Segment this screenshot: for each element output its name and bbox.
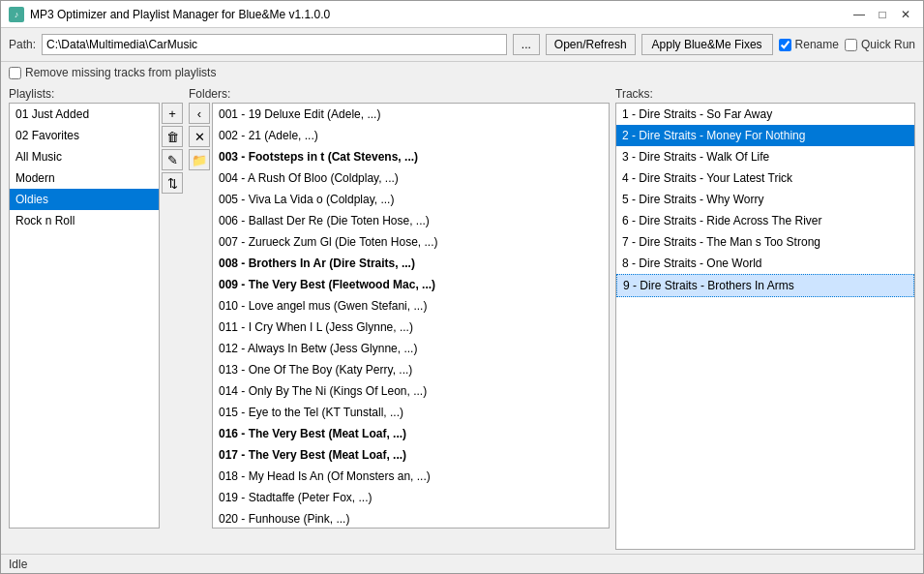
window-controls: — □ ✕ — [849, 7, 915, 22]
folders-label: Folders: — [189, 87, 610, 101]
folder-nav-buttons: ‹ ✕ 📁 — [189, 103, 210, 529]
folder-item[interactable]: 005 - Viva La Vida o (Coldplay, ...) — [213, 189, 609, 210]
track-item[interactable]: 6 - Dire Straits - Ride Across The River — [616, 210, 914, 231]
playlists-panel: Playlists: 01 Just Added02 FavoritesAll … — [9, 87, 183, 550]
folder-item[interactable]: 012 - Always In Betw (Jess Glynne, ...) — [213, 338, 609, 359]
path-label: Path: — [9, 38, 36, 51]
app-icon: ♪ — [9, 7, 24, 22]
options-row: Remove missing tracks from playlists — [1, 62, 923, 83]
browse-button[interactable]: ... — [513, 34, 540, 55]
toolbar: Path: ... Open/Refresh Apply Blue&Me Fix… — [1, 28, 923, 62]
folder-item[interactable]: 002 - 21 (Adele, ...) — [213, 125, 609, 146]
track-item[interactable]: 2 - Dire Straits - Money For Nothing — [616, 125, 914, 146]
track-item[interactable]: 9 - Dire Straits - Brothers In Arms — [616, 274, 914, 297]
maximize-button[interactable]: □ — [873, 7, 892, 22]
folder-item[interactable]: 008 - Brothers In Ar (Dire Straits, ...) — [213, 253, 609, 274]
close-button[interactable]: ✕ — [896, 7, 915, 22]
folders-container: ‹ ✕ 📁 001 - 19 Deluxe Edit (Adele, ...)0… — [189, 103, 610, 529]
folder-item[interactable]: 006 - Ballast Der Re (Die Toten Hose, ..… — [213, 210, 609, 231]
track-item[interactable]: 8 - Dire Straits - One World — [616, 253, 914, 274]
folder-item[interactable]: 018 - My Head Is An (Of Monsters an, ...… — [213, 466, 609, 487]
rename-checkbox-label[interactable]: Rename — [779, 38, 839, 51]
track-item[interactable]: 1 - Dire Straits - So Far Away — [616, 104, 914, 125]
main-window: ♪ MP3 Optimizer and Playlist Manager for… — [0, 0, 924, 574]
folder-back-button[interactable]: ‹ — [189, 103, 210, 124]
folder-item[interactable]: 013 - One Of The Boy (Katy Perry, ...) — [213, 359, 609, 380]
tracks-listbox[interactable]: 1 - Dire Straits - So Far Away2 - Dire S… — [615, 103, 915, 550]
quick-run-label: Quick Run — [861, 38, 915, 51]
playlist-item[interactable]: Rock n Roll — [10, 210, 159, 231]
status-text: Idle — [9, 558, 27, 571]
folder-item[interactable]: 009 - The Very Best (Fleetwood Mac, ...) — [213, 274, 609, 295]
add-playlist-button[interactable]: + — [162, 103, 183, 124]
playlist-item[interactable]: Modern — [10, 167, 159, 189]
main-content: Playlists: 01 Just Added02 FavoritesAll … — [1, 83, 923, 554]
tracks-label: Tracks: — [615, 87, 915, 101]
tracks-panel: Tracks: 1 - Dire Straits - So Far Away2 … — [615, 87, 915, 550]
playlists-listbox[interactable]: 01 Just Added02 FavoritesAll MusicModern… — [9, 103, 160, 529]
remove-missing-label[interactable]: Remove missing tracks from playlists — [9, 66, 216, 79]
folder-item[interactable]: 020 - Funhouse (Pink, ...) — [213, 508, 609, 529]
quick-run-checkbox[interactable] — [845, 39, 857, 51]
folder-item[interactable]: 007 - Zurueck Zum Gl (Die Toten Hose, ..… — [213, 231, 609, 253]
playlist-item[interactable]: 01 Just Added — [10, 104, 159, 125]
remove-missing-checkbox[interactable] — [9, 67, 21, 79]
minimize-button[interactable]: — — [849, 7, 869, 22]
track-item[interactable]: 7 - Dire Straits - The Man s Too Strong — [616, 231, 914, 253]
folder-item[interactable]: 011 - I Cry When I L (Jess Glynne, ...) — [213, 317, 609, 338]
track-item[interactable]: 3 - Dire Straits - Walk Of Life — [616, 146, 914, 167]
folder-add-button[interactable]: 📁 — [189, 149, 210, 170]
folder-item[interactable]: 003 - Footsteps in t (Cat Stevens, ...) — [213, 146, 609, 167]
folder-item[interactable]: 019 - Stadtaffe (Peter Fox, ...) — [213, 487, 609, 508]
track-item[interactable]: 5 - Dire Straits - Why Worry — [616, 189, 914, 210]
delete-playlist-button[interactable]: 🗑 — [162, 126, 183, 147]
playlist-item[interactable]: 02 Favorites — [10, 125, 159, 146]
playlist-item[interactable]: Oldies — [10, 189, 159, 210]
remove-missing-text: Remove missing tracks from playlists — [25, 66, 216, 79]
playlist-item[interactable]: All Music — [10, 146, 159, 167]
playlist-container: 01 Just Added02 FavoritesAll MusicModern… — [9, 103, 183, 529]
folder-item[interactable]: 015 - Eye to the Tel (KT Tunstall, ...) — [213, 402, 609, 423]
rename-checkbox[interactable] — [779, 39, 791, 51]
window-title: MP3 Optimizer and Playlist Manager for B… — [30, 8, 330, 21]
playlist-buttons: + 🗑 ✎ ⇅ — [162, 103, 183, 529]
folder-item[interactable]: 014 - Only By The Ni (Kings Of Leon, ...… — [213, 380, 609, 402]
folder-item[interactable]: 004 - A Rush Of Bloo (Coldplay, ...) — [213, 167, 609, 189]
path-input[interactable] — [42, 34, 507, 55]
rename-label: Rename — [795, 38, 839, 51]
open-refresh-button[interactable]: Open/Refresh — [546, 34, 636, 55]
edit-playlist-button[interactable]: ✎ — [162, 149, 183, 170]
folders-panel: Folders: ‹ ✕ 📁 001 - 19 Deluxe Edit (Ade… — [189, 87, 610, 550]
move-playlist-button[interactable]: ⇅ — [162, 172, 183, 194]
folder-item[interactable]: 001 - 19 Deluxe Edit (Adele, ...) — [213, 104, 609, 125]
folder-item[interactable]: 016 - The Very Best (Meat Loaf, ...) — [213, 423, 609, 444]
quick-run-checkbox-label[interactable]: Quick Run — [845, 38, 915, 51]
status-bar: Idle — [1, 554, 923, 573]
track-item[interactable]: 4 - Dire Straits - Your Latest Trick — [616, 167, 914, 189]
folder-item[interactable]: 017 - The Very Best (Meat Loaf, ...) — [213, 444, 609, 466]
folders-listbox[interactable]: 001 - 19 Deluxe Edit (Adele, ...)002 - 2… — [212, 103, 610, 529]
title-bar-left: ♪ MP3 Optimizer and Playlist Manager for… — [9, 7, 330, 22]
folder-item[interactable]: 010 - Love angel mus (Gwen Stefani, ...) — [213, 295, 609, 317]
folder-remove-button[interactable]: ✕ — [189, 126, 210, 147]
playlists-label: Playlists: — [9, 87, 183, 101]
options-left: Remove missing tracks from playlists — [9, 66, 216, 79]
apply-fixes-button[interactable]: Apply Blue&Me Fixes — [641, 34, 773, 55]
title-bar: ♪ MP3 Optimizer and Playlist Manager for… — [1, 1, 923, 28]
